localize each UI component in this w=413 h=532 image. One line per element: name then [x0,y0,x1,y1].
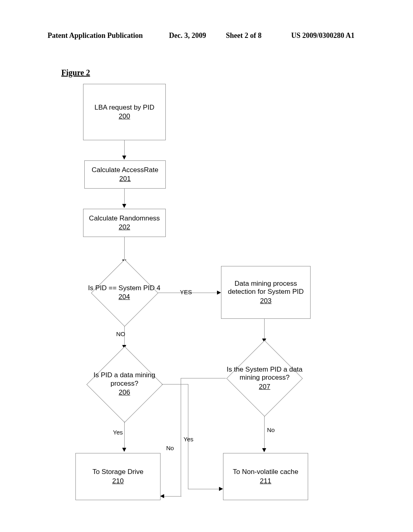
arrow-head-down-icon [262,448,266,452]
box-ref: 203 [260,297,271,305]
process-box-203: Data mining process detection for System… [221,266,311,319]
decision-text: Is PID == System PID 4 [88,284,161,292]
box-ref: 200 [119,112,130,121]
publication-number-label: US 2009/0300280 A1 [291,31,355,40]
box-text: Data mining process detection for System… [224,280,308,296]
decision-ref: 207 [259,383,270,391]
arrow-head-down-icon [122,204,126,208]
publication-type-label: Patent Application Publication [48,31,143,40]
box-text: To Storage Drive [92,468,144,476]
arrow [181,378,181,496]
arrow-head-down-icon [122,448,126,452]
decision-text: Is PID a data mining process? [80,371,169,388]
process-box-211: To Non-volatile cache 211 [223,453,308,500]
box-text: To Non-volatile cache [233,468,298,476]
arrow [264,319,265,340]
box-ref: 202 [119,223,130,231]
decision-206: Is PID a data mining process? 206 [80,358,169,410]
edge-label-no: No [267,426,275,433]
process-box-201: Calculate AccessRate 201 [84,160,166,189]
arrow [264,416,265,449]
figure-label: Figure 2 [61,68,90,77]
arrow [164,496,181,497]
publication-date-label: Dec. 3, 2009 [169,31,206,40]
process-box-202: Calculate Randomness 202 [83,209,166,237]
arrow [124,237,125,260]
decision-ref: 206 [119,389,130,397]
arrow-head-right-icon [219,487,223,491]
box-text: Calculate AccessRate [92,166,158,174]
box-text: Calculate Randomness [89,214,160,222]
arrow-head-down-icon [122,156,126,160]
decision-207: Is the System PID a data mining process?… [216,351,313,406]
decision-text: Is the System PID a data mining process? [216,366,313,382]
process-box-210: To Storage Drive 210 [75,453,161,500]
decision-ref: 204 [119,293,130,301]
sheet-number-label: Sheet 2 of 8 [226,31,262,40]
arrow [124,189,125,205]
edge-label-no: NO [116,330,125,337]
edge-label-yes: Yes [184,436,193,443]
box-ref: 210 [112,477,123,485]
box-ref: 211 [260,477,271,485]
arrow [181,378,226,378]
edge-label-yes: YES [180,289,192,295]
box-ref: 201 [119,175,131,183]
arrow [124,140,125,156]
edge-label-no: No [166,445,174,451]
box-text: LBA request by PID [94,104,154,112]
arrow-head-right-icon [217,291,221,295]
arrow [162,384,188,384]
arrow-head-left-icon [160,494,164,498]
arrow [124,422,125,449]
process-box-200: LBA request by PID 200 [83,84,166,140]
arrow [188,489,220,489]
edge-label-yes: Yes [113,429,123,436]
flowchart: LBA request by PID 200 Calculate AccessR… [60,84,351,511]
